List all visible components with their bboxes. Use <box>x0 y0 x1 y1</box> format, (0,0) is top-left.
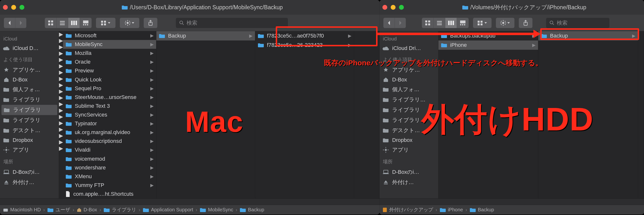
breadcrumb[interactable]: 外付けバックアップ <box>382 206 433 213</box>
minimize-window-button[interactable] <box>11 5 16 10</box>
close-window-button[interactable] <box>3 5 8 10</box>
view-switcher[interactable] <box>45 18 92 28</box>
gallery-view-button[interactable] <box>457 18 469 28</box>
sidebar-item[interactable]: Dropbox <box>0 136 59 145</box>
zoom-window-button[interactable] <box>20 5 24 10</box>
list-item[interactable]: SteerMouse…ursorSense▶ <box>63 93 156 102</box>
share-button[interactable] <box>519 18 532 28</box>
sidebar-item[interactable]: 個人フォ… <box>380 84 438 95</box>
sidebar-item[interactable]: アプリ <box>0 145 59 155</box>
list-item[interactable]: f7823ce5c…ae0f75b7f0▶ <box>255 31 354 41</box>
breadcrumb[interactable]: ライブラリ <box>104 206 136 213</box>
sidebar-item[interactable]: D-Box <box>380 75 438 84</box>
sidebar-item[interactable]: アプリ <box>380 145 438 155</box>
list-item[interactable]: Quick Look▶ <box>63 75 156 84</box>
list-item[interactable]: Vivaldi▶ <box>63 145 156 154</box>
list-item[interactable]: XMenu▶ <box>63 172 156 181</box>
list-item[interactable]: videosubscriptionsd▶ <box>63 137 156 145</box>
titlebar: /Volumes/外付けバックアップ/iPhone/Backup <box>380 0 644 15</box>
arrange-button[interactable] <box>96 18 116 28</box>
item-label: Backup <box>550 33 568 39</box>
action-button[interactable] <box>120 18 139 28</box>
icon-view-button[interactable] <box>45 18 56 28</box>
sidebar-item[interactable]: デスクト… <box>380 125 438 136</box>
sidebar-item[interactable]: ライブラリ <box>380 115 438 125</box>
list-item[interactable]: Oracle▶ <box>63 58 156 66</box>
horizontal-scrollbar[interactable] <box>0 198 380 205</box>
sidebar-item[interactable]: Dropbox <box>380 136 438 145</box>
sidebar-item[interactable]: アプリケ… <box>380 65 438 75</box>
list-item[interactable]: voicememod▶ <box>63 154 156 163</box>
sidebar-item[interactable]: 個人フォ… <box>0 84 59 95</box>
share-button[interactable] <box>144 18 157 28</box>
list-item[interactable]: uk.org.marginal.qlvideo▶ <box>63 128 156 137</box>
forward-button[interactable] <box>15 18 26 28</box>
sidebar-item[interactable]: iCloud Dri… <box>380 44 438 53</box>
sidebar-item[interactable]: ライブラリ <box>0 115 59 125</box>
search-field[interactable]: 検索 <box>546 18 610 28</box>
list-item[interactable]: Typinator▶ <box>63 119 156 128</box>
gallery-view-button[interactable] <box>80 18 92 28</box>
item-label: Mozilla <box>75 50 91 56</box>
list-item[interactable]: Mozilla▶ <box>63 49 156 58</box>
breadcrumb[interactable]: MobileSync <box>200 207 233 212</box>
breadcrumb[interactable]: ユーザ <box>47 206 70 213</box>
breadcrumb[interactable]: Macintosh HD <box>3 207 41 212</box>
sidebar-item[interactable]: D-Box <box>0 75 59 84</box>
column-view-button[interactable] <box>68 18 80 28</box>
sidebar-item[interactable]: D-Boxのi… <box>380 167 438 177</box>
sidebar-item[interactable]: 外付け… <box>380 177 438 187</box>
sidebar-item[interactable]: ライブラリ <box>380 105 438 115</box>
chevron-right-icon: ▶ <box>150 156 154 162</box>
back-button[interactable] <box>384 18 394 28</box>
zoom-window-button[interactable] <box>399 5 404 10</box>
arrange-button[interactable] <box>473 18 492 28</box>
sidebar-item[interactable]: iCloud D… <box>0 44 59 53</box>
list-item[interactable]: Yummy FTP▶ <box>63 181 156 190</box>
list-item[interactable]: Sublime Text 3▶ <box>63 102 156 110</box>
breadcrumb[interactable]: Application Support <box>143 207 193 212</box>
column-view-button[interactable] <box>445 18 457 28</box>
svg-point-18 <box>127 22 128 24</box>
list-item[interactable]: Backup▶ <box>156 31 255 41</box>
minimize-window-button[interactable] <box>391 5 396 10</box>
svg-rect-46 <box>452 21 454 25</box>
list-view-button[interactable] <box>434 18 445 28</box>
sidebar-item[interactable]: ライブラリ <box>2 105 57 115</box>
list-item[interactable]: SyncServices▶ <box>63 110 156 119</box>
breadcrumb[interactable]: iPhone <box>440 207 463 212</box>
list-item[interactable]: Sequel Pro▶ <box>63 84 156 93</box>
horizontal-scrollbar[interactable] <box>380 198 644 205</box>
sidebar-item[interactable]: デスクト… <box>0 125 59 136</box>
back-button[interactable] <box>4 18 15 28</box>
list-item[interactable]: MobileSync▶ <box>63 40 156 49</box>
sidebar-item[interactable]: D-Boxのi… <box>0 167 59 177</box>
close-window-button[interactable] <box>382 5 387 10</box>
sidebar-item[interactable]: 外付け… <box>0 177 59 187</box>
list-item[interactable]: iPhone▶ <box>438 41 538 50</box>
column-1: Backups.backupdb▶iPhone▶ <box>438 31 538 198</box>
breadcrumb[interactable]: Backup <box>470 207 494 212</box>
sidebar-item[interactable]: ライブラリ <box>0 95 59 105</box>
sidebar-item[interactable]: ライブラリ… <box>380 95 438 105</box>
list-item[interactable]: Backups.backupdb▶ <box>438 31 538 41</box>
search-field[interactable]: 検索 <box>176 18 288 28</box>
forward-button[interactable] <box>394 18 406 28</box>
list-item[interactable]: Preview▶ <box>63 66 156 75</box>
list-view-button[interactable] <box>56 18 68 28</box>
list-item[interactable]: Microsoft▶ <box>63 31 156 40</box>
list-item[interactable]: com.apple.…ht.Shortcuts <box>63 190 156 198</box>
svg-rect-31 <box>6 152 6 153</box>
view-switcher[interactable] <box>422 18 469 28</box>
sidebar-item-label: アプリケ… <box>392 66 420 74</box>
breadcrumb[interactable]: D-Box <box>77 207 97 212</box>
list-item[interactable]: f7823ce5c…26-223423▶ <box>255 41 354 50</box>
list-item[interactable]: Backup▶ <box>538 31 638 41</box>
breadcrumb[interactable]: Backup <box>240 207 264 212</box>
list-item[interactable]: wondershare▶ <box>63 163 156 172</box>
item-label: Sublime Text 3 <box>75 103 110 109</box>
icon-view-button[interactable] <box>422 18 434 28</box>
action-button[interactable] <box>496 18 514 28</box>
sidebar-item[interactable]: アプリケ… <box>0 65 59 75</box>
breadcrumb-separator: › <box>466 207 467 212</box>
